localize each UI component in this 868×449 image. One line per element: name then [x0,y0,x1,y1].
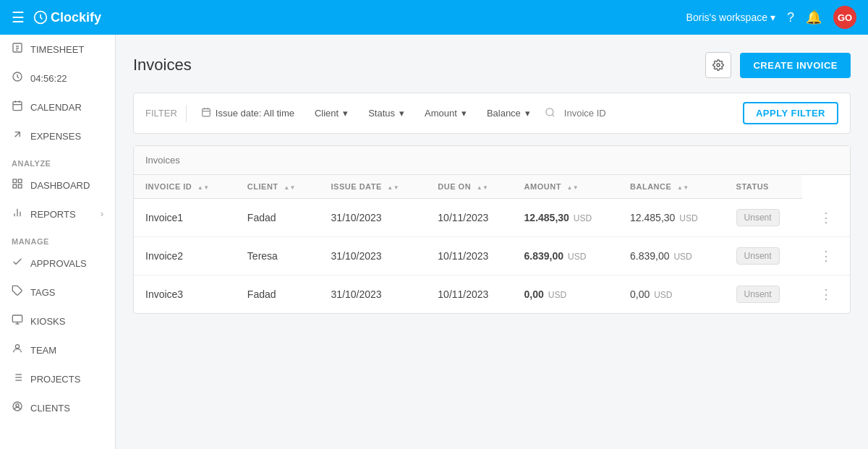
sidebar-item-timesheet[interactable]: TIMESHEET [0,35,115,64]
chevron-down-icon: ▾ [770,12,775,23]
balance-filter-label: Balance [487,108,521,119]
sidebar-item-label: DASHBOARD [30,180,90,191]
svg-rect-12 [13,184,17,188]
workspace-button[interactable]: Boris's workspace ▾ [686,12,775,23]
cell-invoice-id: Invoice3 [134,275,236,314]
status-badge: Unsent [736,247,780,265]
sidebar-item-label: CALENDAR [30,102,82,113]
logo-text: Clockify [51,10,101,25]
cell-due-on: 10/11/2023 [426,275,512,314]
sidebar-item-tags[interactable]: TAGS [0,278,115,307]
invoices-table: INVOICE ID ▲▼ CLIENT ▲▼ ISSUE DATE ▲▼ [134,175,850,313]
filter-divider [186,105,187,122]
bell-icon[interactable]: 🔔 [806,9,822,25]
manage-section-label: MANAGE [0,228,115,249]
cell-due-on: 10/11/2023 [426,199,512,237]
sidebar-item-clients[interactable]: CLIENTS [0,393,115,422]
sidebar-item-projects[interactable]: PROJECTS [0,364,115,393]
sidebar-item-label: APPROVALS [30,258,87,269]
col-invoice-id[interactable]: INVOICE ID ▲▼ [134,175,236,199]
cell-balance: 0,00 USD [618,275,724,314]
kiosks-icon [12,314,23,328]
reports-icon [12,207,23,221]
cell-balance: 12.485,30 USD [618,199,724,237]
invoice-rows: Invoice1 Fadad 31/10/2023 10/11/2023 12.… [134,199,850,314]
sort-icon: ▲▼ [387,184,399,191]
sidebar-item-label: EXPENSES [30,131,81,142]
sidebar-item-label: 04:56:22 [30,73,67,84]
settings-button[interactable] [705,52,731,78]
col-due-on[interactable]: DUE ON ▲▼ [426,175,512,199]
page-header-right: CREATE INVOICE [705,52,851,78]
invoices-table-container: Invoices INVOICE ID ▲▼ CLIENT ▲▼ ISSUE [133,145,851,314]
avatar[interactable]: GO [833,6,856,29]
col-amount[interactable]: AMOUNT ▲▼ [513,175,618,199]
help-icon[interactable]: ? [787,10,794,25]
cell-status: Unsent [725,275,802,314]
page-header: Invoices CREATE INVOICE [133,52,851,78]
sidebar-item-dashboard[interactable]: DASHBOARD [0,171,115,200]
row-menu-icon[interactable]: ⋮ [814,284,838,304]
sidebar-item-label: CLIENTS [30,403,70,414]
issue-date-label: Issue date: All time [216,108,294,119]
table-section-header: Invoices [134,146,850,175]
sidebar-item-approvals[interactable]: APPROVALS [0,249,115,278]
sidebar-item-reports[interactable]: REPORTS › [0,200,115,228]
sort-icon: ▲▼ [197,184,210,191]
sidebar-item-team[interactable]: TEAM [0,335,115,364]
cell-balance: 6.839,00 USD [618,237,724,275]
cell-invoice-id: Invoice1 [134,199,236,237]
logo: Clockify [33,10,101,25]
svg-rect-18 [12,315,22,322]
sidebar-item-expenses[interactable]: EXPENSES [0,121,115,150]
col-balance[interactable]: BALANCE ▲▼ [618,175,724,199]
amount-filter[interactable]: Amount ▾ [419,105,472,121]
row-menu-icon[interactable]: ⋮ [814,208,838,228]
col-client[interactable]: CLIENT ▲▼ [236,175,320,199]
logo-icon [33,10,48,25]
status-filter[interactable]: Status ▾ [362,105,410,121]
cell-issue-date: 31/10/2023 [320,275,427,314]
chevron-down-icon: ▾ [461,108,467,119]
apply-filter-button[interactable]: APPLY FILTER [743,102,838,124]
row-menu-icon[interactable]: ⋮ [814,246,838,266]
col-status: STATUS [725,175,802,199]
cell-amount: 0,00 USD [513,275,618,314]
calendar-icon [12,100,23,114]
sidebar-item-label: TAGS [30,287,55,298]
sidebar-item-label: TIMESHEET [30,44,84,55]
sort-icon: ▲▼ [566,184,579,191]
sidebar-item-calendar[interactable]: CALENDAR [0,93,115,121]
chevron-down-icon: ▾ [343,108,348,119]
hamburger-icon[interactable]: ☰ [12,9,25,26]
page-title: Invoices [133,56,192,74]
col-issue-date[interactable]: ISSUE DATE ▲▼ [320,175,427,199]
invoice-id-input[interactable] [564,108,651,119]
cell-issue-date: 31/10/2023 [320,237,427,275]
balance-filter[interactable]: Balance ▾ [481,105,536,121]
sidebar-item-label: TEAM [30,345,56,356]
svg-rect-11 [18,179,22,183]
cell-menu[interactable]: ⋮ [802,275,850,314]
create-invoice-button[interactable]: CREATE INVOICE [740,53,851,78]
sort-icon: ▲▼ [284,184,296,191]
svg-point-21 [15,345,19,348]
calendar-filter-icon [201,107,211,119]
table-header: INVOICE ID ▲▼ CLIENT ▲▼ ISSUE DATE ▲▼ [134,175,850,199]
sidebar-item-timer[interactable]: 04:56:22 [0,64,115,93]
workspace-label: Boris's workspace [686,12,767,23]
sidebar-item-label: PROJECTS [30,374,80,385]
svg-line-36 [552,114,554,116]
cell-menu[interactable]: ⋮ [802,199,850,237]
sidebar-item-kiosks[interactable]: KIOSKS [0,307,115,335]
cell-client: Fadad [236,199,320,237]
table-row: Invoice2 Teresa 31/10/2023 10/11/2023 6.… [134,237,850,275]
sidebar: TIMESHEET 04:56:22 CALENDAR EXPENSES ANA… [0,35,116,449]
team-icon [12,343,23,357]
issue-date-filter[interactable]: Issue date: All time [195,104,300,122]
cell-menu[interactable]: ⋮ [802,237,850,275]
cell-amount: 6.839,00 USD [513,237,618,275]
main-content: Invoices CREATE INVOICE FILTER Issue dat… [116,35,868,449]
client-filter[interactable]: Client ▾ [309,105,354,121]
filter-bar: FILTER Issue date: All time Client ▾ Sta… [133,93,851,134]
